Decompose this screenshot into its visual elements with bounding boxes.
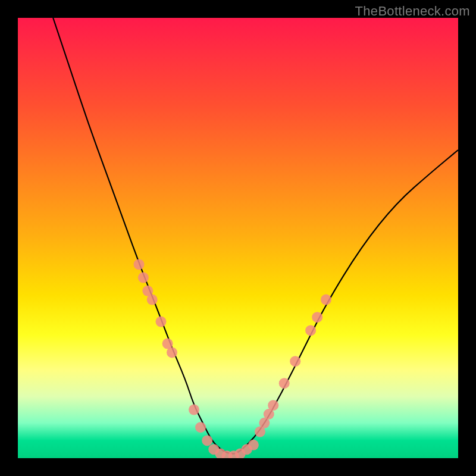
data-point [134,259,145,270]
watermark-text: TheBottleneck.com [355,4,470,19]
data-point [156,317,167,327]
data-point [268,400,278,411]
data-point [312,312,322,322]
data-point [147,295,158,305]
chart-svg [18,18,458,458]
data-point [167,347,177,358]
data-point [305,325,316,336]
data-point [189,405,199,415]
data-point [321,295,331,305]
chart-plot-area [18,18,458,458]
data-point [195,422,206,433]
data-point [138,273,149,283]
bottleneck-curve [53,18,458,454]
data-point [202,435,212,446]
data-point [279,378,290,389]
data-point [242,444,252,455]
data-point [290,356,300,367]
data-points-layer [134,259,332,458]
